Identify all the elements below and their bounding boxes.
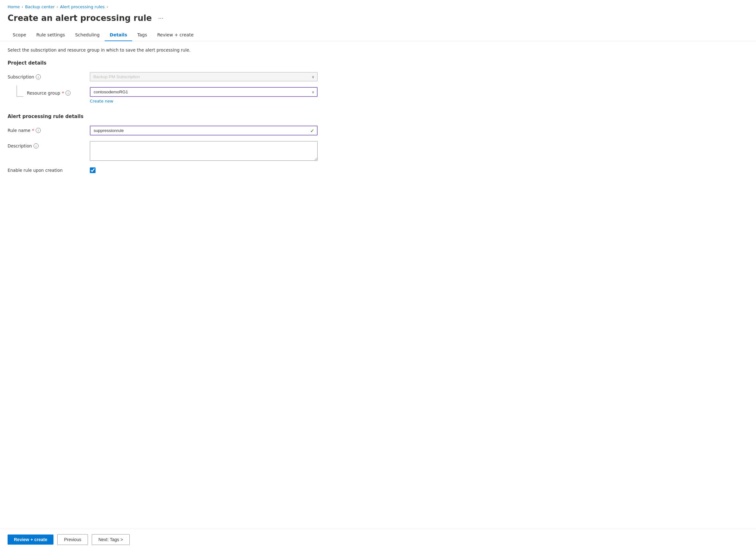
project-details-title: Project details	[8, 60, 748, 66]
description-label-col: Description i	[8, 141, 90, 148]
page-subtitle: Select the subscription and resource gro…	[8, 47, 748, 52]
project-details-section: Project details Subscription i Backup PM…	[8, 60, 748, 103]
tabs-container: Scope Rule settings Scheduling Details T…	[0, 29, 756, 41]
create-new-link[interactable]: Create new	[90, 99, 113, 103]
description-control	[90, 141, 318, 162]
rule-name-required: *	[32, 128, 34, 133]
resource-group-row: Resource group * i contosodemoRG1 ∨ Crea…	[8, 87, 748, 103]
description-row: Description i	[8, 141, 748, 162]
resource-group-label-col: Resource group * i	[8, 87, 90, 97]
page-header: Create an alert processing rule ···	[0, 12, 756, 29]
rule-name-control: ✓	[90, 126, 318, 135]
breadcrumb-sep-2: ›	[57, 5, 58, 9]
tab-review-create[interactable]: Review + create	[152, 29, 199, 41]
breadcrumb-sep-1: ›	[22, 5, 23, 9]
resource-group-required: *	[62, 90, 64, 96]
review-create-button[interactable]: Review + create	[8, 535, 53, 545]
previous-button[interactable]: Previous	[57, 534, 88, 545]
subscription-select[interactable]: Backup PM Subscription	[90, 72, 318, 81]
tab-scope[interactable]: Scope	[8, 29, 31, 41]
enable-rule-checkbox[interactable]	[90, 167, 96, 173]
tab-tags[interactable]: Tags	[132, 29, 152, 41]
subscription-label: Subscription i	[8, 72, 90, 79]
tab-rule-settings[interactable]: Rule settings	[31, 29, 70, 41]
rule-details-title: Alert processing rule details	[8, 114, 748, 119]
indent-bracket	[16, 85, 23, 97]
enable-rule-row: Enable rule upon creation	[8, 167, 748, 173]
subscription-select-wrapper: Backup PM Subscription ∨	[90, 72, 318, 81]
breadcrumb: Home › Backup center › Alert processing …	[0, 0, 756, 12]
rule-name-input-wrapper: ✓	[90, 126, 318, 135]
rule-name-info-icon[interactable]: i	[36, 128, 41, 133]
rule-name-input[interactable]	[90, 126, 318, 135]
subscription-control: Backup PM Subscription ∨	[90, 72, 318, 81]
breadcrumb-sep-3: ›	[107, 5, 108, 9]
description-info-icon[interactable]: i	[34, 143, 39, 148]
rule-name-row: Rule name * i ✓	[8, 126, 748, 135]
resource-group-label: Resource group	[27, 90, 60, 96]
breadcrumb-backup-center[interactable]: Backup center	[25, 4, 55, 9]
resource-group-select-wrapper: contosodemoRG1 ∨	[90, 87, 318, 97]
resource-group-select[interactable]: contosodemoRG1	[90, 87, 318, 97]
footer: Review + create Previous Next: Tags >	[0, 529, 756, 550]
rule-name-check-icon: ✓	[310, 127, 314, 133]
subscription-row: Subscription i Backup PM Subscription ∨	[8, 72, 748, 81]
enable-rule-label: Enable rule upon creation	[8, 168, 90, 173]
tab-details[interactable]: Details	[105, 29, 132, 41]
enable-rule-control	[90, 167, 96, 173]
breadcrumb-alert-rules: Alert processing rules	[60, 4, 105, 9]
page-title: Create an alert processing rule	[8, 13, 152, 23]
breadcrumb-home[interactable]: Home	[8, 4, 20, 9]
rule-details-section: Alert processing rule details Rule name …	[8, 114, 748, 173]
main-content: Select the subscription and resource gro…	[0, 47, 756, 529]
tabs: Scope Rule settings Scheduling Details T…	[8, 29, 748, 41]
subscription-info-icon[interactable]: i	[36, 74, 41, 79]
ellipsis-button[interactable]: ···	[156, 13, 166, 23]
tab-scheduling[interactable]: Scheduling	[70, 29, 104, 41]
description-label: Description	[8, 143, 32, 148]
rule-name-label: Rule name	[8, 128, 30, 133]
rule-name-label-col: Rule name * i	[8, 126, 90, 133]
resource-group-control: contosodemoRG1 ∨ Create new	[90, 87, 318, 103]
next-tags-button[interactable]: Next: Tags >	[92, 534, 130, 545]
resource-group-info-icon[interactable]: i	[65, 90, 71, 96]
description-textarea[interactable]	[90, 141, 318, 161]
